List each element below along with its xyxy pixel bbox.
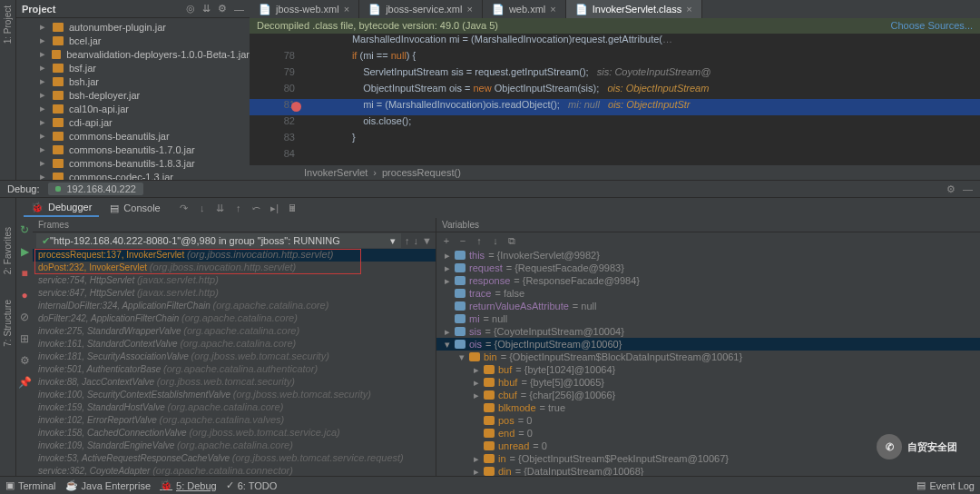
expand-icon[interactable]: ▸ <box>40 21 47 33</box>
crumb-class[interactable]: InvokerServlet <box>304 167 368 178</box>
variable-row[interactable]: returnValueAsAttribute = null <box>436 300 980 312</box>
code-line[interactable]: 79 ServletInputStream sis = request.getI… <box>250 66 980 83</box>
dropdown-icon[interactable]: ▾ <box>390 235 396 247</box>
settings-icon[interactable]: ⚙ <box>20 354 30 367</box>
stack-frame[interactable]: invoke:275, StandardWrapperValve (org.ap… <box>33 325 436 338</box>
variable-row[interactable]: ▸ sis = {CoyoteInputStream@10004} <box>436 325 980 338</box>
code-line[interactable]: MarshalledInvocation mi = (MarshalledInv… <box>250 34 980 50</box>
resume-icon[interactable]: ▶ <box>21 245 29 258</box>
expand-icon[interactable]: ▸ <box>473 364 480 376</box>
copy-icon[interactable]: ⧉ <box>505 235 518 247</box>
tree-item[interactable]: ▸commons-beanutils.jar <box>16 129 250 143</box>
sb-java[interactable]: ☕Java Enterprise <box>65 479 151 491</box>
collapse-icon[interactable]: ⇊ <box>202 3 211 15</box>
expand-icon[interactable]: ▸ <box>473 377 480 389</box>
expand-icon[interactable]: ▸ <box>40 62 47 74</box>
frame-list[interactable]: processRequest:137, InvokerServlet (org.… <box>33 249 436 476</box>
choose-sources-link[interactable]: Choose Sources... <box>891 20 974 31</box>
editor-tab[interactable]: 📄jboss-web.xml× <box>250 0 359 18</box>
editor-tab[interactable]: 📄InvokerServlet.class× <box>566 0 702 18</box>
filter-icon[interactable]: ▼ <box>422 235 432 246</box>
stack-frame[interactable]: service:362, CoyoteAdapter (org.apache.c… <box>33 465 436 476</box>
next-icon[interactable]: ↓ <box>414 235 419 246</box>
close-icon[interactable]: × <box>550 4 555 15</box>
stack-frame[interactable]: service:754, HttpServlet (javax.servlet.… <box>33 274 436 287</box>
editor-tab[interactable]: 📄jboss-service.xml× <box>359 0 483 18</box>
project-tree[interactable]: ▸autonumber-plugin.jar▸bcel.jar▸beanvali… <box>16 18 250 180</box>
stack-frame[interactable]: doFilter:242, ApplicationFilterChain (or… <box>33 312 436 325</box>
stack-frame[interactable]: invoke:181, SecurityAssociationValve (or… <box>33 351 436 363</box>
stack-frame[interactable]: internalDoFilter:324, ApplicationFilterC… <box>33 300 436 312</box>
variable-row[interactable]: pos = 0 <box>436 414 980 427</box>
force-step-icon[interactable]: ⇊ <box>213 203 228 214</box>
close-icon[interactable]: × <box>466 4 472 15</box>
variable-row[interactable]: ▸ this = {InvokerServlet@9982} <box>436 249 980 262</box>
close-icon[interactable]: × <box>344 4 349 15</box>
stack-frame[interactable]: invoke:109, StandardEngineValve (org.apa… <box>33 440 436 452</box>
editor-tabs[interactable]: 📄jboss-web.xml×📄jboss-service.xml×📄web.x… <box>250 0 980 18</box>
sb-terminal[interactable]: ▣Terminal <box>5 479 56 491</box>
variable-row[interactable]: ▸ cbuf = {char[256]@10066} <box>436 389 980 401</box>
variable-row[interactable]: ▸ response = {ResponseFacade@9984} <box>436 274 980 287</box>
code-line[interactable]: 83 } <box>250 132 980 148</box>
expand-icon[interactable]: ▸ <box>40 171 47 180</box>
code-line[interactable]: 80 ObjectInputStream ois = new ObjectInp… <box>250 83 980 99</box>
stack-frame[interactable]: invoke:53, ActiveRequestResponseCacheVal… <box>33 452 436 465</box>
code-line[interactable]: 78 if (mi == null) { <box>250 50 980 66</box>
variable-row[interactable]: ▾ bin = {ObjectInputStream$BlockDataInpu… <box>436 351 980 363</box>
tree-item[interactable]: ▸bsh-deployer.jar <box>16 88 250 102</box>
close-icon[interactable]: × <box>686 4 691 15</box>
code-area[interactable]: MarshalledInvocation mi = (MarshalledInv… <box>250 34 980 164</box>
tree-item[interactable]: ▸commons-beanutils-1.7.0.jar <box>16 143 250 156</box>
expand-icon[interactable]: ▸ <box>444 326 451 338</box>
tree-item[interactable]: ▸bsf.jar <box>16 61 250 74</box>
layout-icon[interactable]: ⊞ <box>20 332 29 345</box>
project-rail[interactable]: 1: Project <box>0 0 16 191</box>
tree-item[interactable]: ▸autonumber-plugin.jar <box>16 20 250 34</box>
tree-item[interactable]: ▸cdi-api.jar <box>16 115 250 129</box>
stack-frame[interactable]: invoke:102, ErrorReportValve (org.apache… <box>33 414 436 427</box>
expand-icon[interactable]: ▸ <box>40 89 47 101</box>
expand-icon[interactable]: ▸ <box>40 130 47 142</box>
drop-frame-icon[interactable]: ⤺ <box>250 203 264 214</box>
tree-item[interactable]: ▸commons-codec-1.3.jar <box>16 170 250 180</box>
sb-debug[interactable]: 🐞5: Debug <box>160 479 217 491</box>
tab-debugger[interactable]: 🐞 Debugger <box>24 199 99 217</box>
debug-target[interactable]: 192.168.40.222 <box>48 183 142 195</box>
mute-icon[interactable]: ⊘ <box>20 311 29 323</box>
favorites-rail[interactable]: 2: Favorites <box>3 227 13 274</box>
stack-frame[interactable]: invoke:88, JaccContextValve (org.jboss.w… <box>33 376 436 389</box>
thread-selector[interactable]: ✔ "http-192.168.40.222-8080-1"@9,980 in … <box>33 232 436 249</box>
breadcrumb[interactable]: InvokerServlet › processRequest() <box>250 164 980 180</box>
variable-row[interactable]: ▸ buf = {byte[1024]@10064} <box>436 363 980 376</box>
code-line[interactable]: 82 ois.close(); <box>250 115 980 132</box>
stack-frame[interactable]: invoke:100, SecurityContextEstablishment… <box>33 389 436 401</box>
expand-icon[interactable]: ▸ <box>473 453 480 465</box>
stop-icon[interactable]: ■ <box>21 267 27 280</box>
code-line[interactable]: 84 <box>250 148 980 164</box>
code-line[interactable]: 81 mi = (MarshalledInvocation)ois.readOb… <box>250 99 980 115</box>
expand-icon[interactable]: ▾ <box>444 339 451 351</box>
expand-icon[interactable]: ▸ <box>40 143 47 155</box>
stack-frame[interactable]: service:847, HttpServlet (javax.servlet.… <box>33 287 436 300</box>
target-icon[interactable]: ◎ <box>186 3 195 15</box>
expand-icon[interactable]: ▸ <box>40 103 47 114</box>
breakpoints-icon[interactable]: ● <box>21 289 27 301</box>
expand-icon[interactable]: ▸ <box>444 250 451 262</box>
rerun-icon[interactable]: ↻ <box>20 223 29 236</box>
evaluate-icon[interactable]: 🖩 <box>286 203 300 213</box>
add-icon[interactable]: + <box>440 235 453 246</box>
step-over-icon[interactable]: ↷ <box>177 203 191 214</box>
variable-row[interactable]: blkmode = true <box>436 401 980 414</box>
expand-icon[interactable]: ▸ <box>473 390 480 401</box>
breakpoint-icon[interactable] <box>291 102 301 112</box>
expand-icon[interactable]: ▸ <box>40 116 47 128</box>
variable-row[interactable]: ▾ ois = {ObjectInputStream@10060} <box>436 338 980 351</box>
gear-icon[interactable]: ⚙ <box>946 183 956 195</box>
gear-icon[interactable]: ⚙ <box>218 3 227 15</box>
step-out-icon[interactable]: ↑ <box>231 203 246 213</box>
prev-icon[interactable]: ↑ <box>405 235 410 246</box>
expand-icon[interactable]: ▸ <box>40 35 47 46</box>
sb-todo[interactable]: ✓6: TODO <box>226 479 278 491</box>
tree-item[interactable]: ▸beanvalidation-deployers-1.0.0-Beta-1.j… <box>16 47 250 61</box>
